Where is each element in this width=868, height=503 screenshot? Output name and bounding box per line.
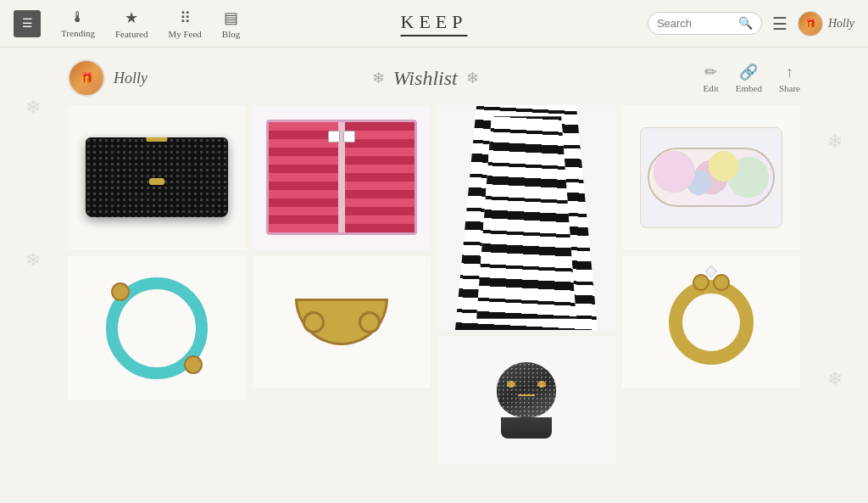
nav-label-trending: Trending (61, 28, 95, 38)
turq-bracelet-img (106, 277, 208, 379)
share-button[interactable]: ↑ Share (779, 64, 800, 93)
embed-label: Embed (736, 83, 762, 93)
wishlist-heading: ❄ Wishlist ❄ (372, 67, 479, 90)
product-card-turq-bracelet[interactable] (68, 256, 246, 400)
gem-cluster (648, 148, 774, 207)
backgammon-img (266, 120, 418, 235)
search-input[interactable] (657, 17, 733, 30)
logo-underline (401, 35, 468, 36)
embed-icon: 🔗 (739, 63, 758, 81)
search-box[interactable]: 🔍 (648, 12, 762, 35)
deco-snowflake-2: ❄ (25, 249, 41, 271)
logo[interactable]: KEEP (401, 11, 468, 36)
product-card-gold-ring[interactable] (622, 256, 800, 388)
header-nav: ☰ 🌡 Trending ★ Featured ⠿ My Feed ▤ Blog (14, 8, 240, 39)
header-right: 🔍 ☰ 🎁 Holly (648, 11, 854, 36)
edit-label: Edit (703, 83, 718, 93)
clutch-bag-img (86, 137, 228, 217)
header: ☰ 🌡 Trending ★ Featured ⠿ My Feed ▤ Blog… (0, 0, 868, 48)
hamburger-icon: ☰ (22, 16, 33, 31)
product-card-clutch[interactable] (68, 105, 246, 249)
actions-group: ✏ Edit 🔗 Embed ↑ Share (703, 63, 800, 93)
deco-snowflake-3: ❄ (827, 131, 843, 153)
user-info: 🎁 Holly (68, 59, 147, 97)
grid-col-4 (622, 105, 800, 464)
wishlist-title: Wishlist (393, 67, 458, 90)
product-card-fur-coat[interactable] (437, 105, 615, 330)
nav-label-blog: Blog (222, 29, 240, 39)
crystal-bracelet-img (640, 127, 782, 228)
nav-item-my-feed[interactable]: ⠿ My Feed (168, 8, 201, 39)
nav-item-blog[interactable]: ▤ Blog (222, 8, 240, 39)
user-name: Holly (828, 17, 854, 31)
product-image-crystal-bracelet (622, 105, 800, 249)
product-card-leopard-statue[interactable] (437, 337, 615, 464)
grid-col-1 (68, 105, 246, 464)
product-card-leopard-cuff[interactable] (253, 256, 431, 388)
user-section: 🎁 Holly ❄ Wishlist ❄ ✏ Edit 🔗 Embed ↑ Sh… (68, 48, 800, 105)
star-icon: ★ (125, 8, 138, 27)
profile-avatar[interactable]: 🎁 (68, 59, 105, 97)
nav-item-featured[interactable]: ★ Featured (115, 8, 147, 39)
profile-name: Holly (114, 70, 147, 87)
product-image-gold-ring (622, 256, 800, 388)
product-grid: ❄ ❄ ❄ ❄ ❄ ❄ (68, 105, 800, 464)
product-card-crystal-bracelet[interactable] (622, 105, 800, 249)
product-image-leopard-statue (437, 337, 615, 464)
thermometer-icon: 🌡 (70, 8, 86, 26)
hamburger-button[interactable]: ☰ (14, 10, 41, 37)
product-image-turq-bracelet (68, 256, 246, 400)
product-image-backgammon (253, 105, 431, 249)
deco-snowflake-1: ❄ (25, 97, 41, 119)
user-profile[interactable]: 🎁 Holly (798, 11, 854, 36)
product-image-fur-coat (437, 105, 615, 330)
embed-button[interactable]: 🔗 Embed (736, 63, 762, 93)
gold-ring-img (665, 276, 758, 369)
nav-item-trending[interactable]: 🌡 Trending (61, 8, 95, 38)
avatar: 🎁 (798, 11, 823, 36)
product-image-leopard-cuff (253, 256, 431, 388)
nav-label-featured: Featured (115, 29, 147, 39)
snowflake-left-icon: ❄ (372, 69, 385, 87)
product-image-clutch (68, 105, 246, 249)
leopard-cuff-img (295, 299, 388, 345)
edit-icon: ✏ (704, 63, 717, 81)
product-card-backgammon[interactable] (253, 105, 431, 249)
deco-snowflake-4: ❄ (827, 368, 843, 390)
edit-button[interactable]: ✏ Edit (703, 63, 718, 93)
main-content: 🎁 Holly ❄ Wishlist ❄ ✏ Edit 🔗 Embed ↑ Sh… (0, 48, 868, 464)
search-icon[interactable]: 🔍 (738, 16, 753, 31)
leopard-statue-img (492, 362, 560, 439)
nav-label-my-feed: My Feed (168, 29, 201, 39)
logo-text: KEEP (401, 11, 468, 33)
dots-icon: ⠿ (180, 8, 191, 27)
clutch-strap (146, 137, 167, 142)
share-label: Share (779, 83, 800, 93)
grid-col-3 (437, 105, 615, 464)
list-nav-icon: ▤ (224, 8, 238, 27)
grid-col-2 (253, 105, 431, 464)
share-icon: ↑ (786, 64, 793, 81)
snowflake-right-icon: ❄ (466, 69, 479, 87)
avatar-img: 🎁 (805, 19, 815, 28)
list-view-icon[interactable]: ☰ (772, 14, 787, 34)
profile-avatar-img: 🎁 (81, 72, 93, 85)
